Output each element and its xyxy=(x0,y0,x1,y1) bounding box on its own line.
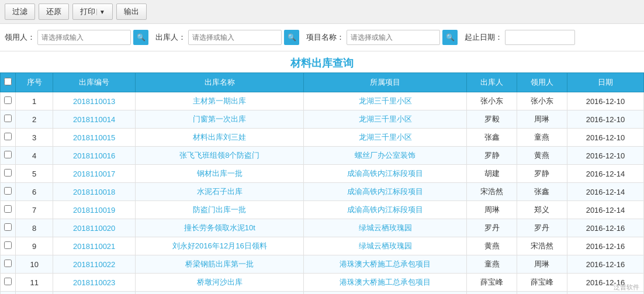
code-link[interactable]: 2018110023 xyxy=(73,278,115,287)
code-link[interactable]: 2018110015 xyxy=(73,133,115,142)
row-checkbox-cell[interactable] xyxy=(1,129,16,147)
row-name[interactable]: 防盗门出库一批 xyxy=(136,201,304,219)
row-code[interactable]: 2018110018 xyxy=(53,183,136,201)
row-checkbox[interactable] xyxy=(4,205,12,213)
row-code[interactable]: 2018110022 xyxy=(53,255,136,274)
row-code[interactable]: 2018110014 xyxy=(53,110,136,129)
row-code[interactable]: 2018110017 xyxy=(53,165,136,183)
reset-button[interactable]: 还原 xyxy=(39,4,69,20)
name-link[interactable]: 防盗门出库一批 xyxy=(193,205,246,214)
code-link[interactable]: 2018110019 xyxy=(73,206,115,215)
print-button[interactable]: 打印 ▼ xyxy=(72,4,113,20)
recipient-input[interactable] xyxy=(37,30,131,45)
project-link[interactable]: 绿城云栖玫瑰园 xyxy=(359,223,412,232)
name-link[interactable]: 钢材出库一批 xyxy=(197,169,243,178)
row-name[interactable]: 桥梁钢筋出库第一批 xyxy=(136,255,304,274)
name-link[interactable]: 门窗第一次出库 xyxy=(193,115,246,123)
row-checkbox[interactable] xyxy=(4,96,12,104)
row-checkbox-cell[interactable] xyxy=(1,183,16,201)
code-link[interactable]: 2018110014 xyxy=(73,115,115,124)
row-checkbox[interactable] xyxy=(4,260,12,267)
project-link[interactable]: 龙湖三千里小区 xyxy=(359,115,412,123)
row-name[interactable]: 桥墩河沙出库 xyxy=(136,274,304,292)
date-start-input[interactable] xyxy=(505,30,575,45)
recipient-search-button[interactable]: 🔍 xyxy=(133,30,148,45)
row-project[interactable]: 龙湖三千里小区 xyxy=(304,110,467,129)
row-name[interactable]: 水泥石子出库 xyxy=(136,183,304,201)
row-name[interactable]: 刘永好2016年12月16日领料 xyxy=(136,237,304,255)
select-all-header[interactable] xyxy=(1,73,16,92)
name-link[interactable]: 撞长劳务领取水泥10t xyxy=(184,223,255,232)
row-checkbox[interactable] xyxy=(4,223,12,231)
row-checkbox-cell[interactable] xyxy=(1,237,16,255)
row-code[interactable]: 2018110015 xyxy=(53,129,136,147)
name-link[interactable]: 张飞飞班组领8个防盗门 xyxy=(179,151,259,160)
row-name[interactable]: 大江玫瑰园领料 xyxy=(136,292,304,295)
row-code[interactable]: 2018110013 xyxy=(53,92,136,110)
code-link[interactable]: 2018110022 xyxy=(73,260,115,269)
row-code[interactable]: 2018110021 xyxy=(53,237,136,255)
print-dropdown-arrow[interactable]: ▼ xyxy=(96,9,105,15)
code-link[interactable]: 2018110013 xyxy=(73,97,115,106)
row-checkbox-cell[interactable] xyxy=(1,110,16,129)
project-link[interactable]: 成渝高铁内江标段项目 xyxy=(347,169,423,178)
export-button[interactable]: 输出 xyxy=(116,4,147,20)
warehouse-person-input[interactable] xyxy=(188,30,282,45)
row-checkbox-cell[interactable] xyxy=(1,147,16,165)
name-link[interactable]: 刘永好2016年12月16日领料 xyxy=(172,241,267,250)
row-project[interactable]: 成渝高铁内江标段项目 xyxy=(304,165,467,183)
warehouse-person-search-button[interactable]: 🔍 xyxy=(284,30,299,45)
code-link[interactable]: 2018110020 xyxy=(73,224,115,233)
row-name[interactable]: 撞长劳务领取水泥10t xyxy=(136,219,304,237)
row-name[interactable]: 张飞飞班组领8个防盗门 xyxy=(136,147,304,165)
row-project[interactable]: 龙湖三千里小区 xyxy=(304,92,467,110)
row-project[interactable]: 港珠澳大桥施工总承包项目 xyxy=(304,255,467,274)
code-link[interactable]: 2018110016 xyxy=(73,151,115,160)
select-all-checkbox[interactable] xyxy=(4,78,12,85)
filter-button[interactable]: 过滤 xyxy=(5,4,35,20)
row-checkbox[interactable] xyxy=(4,133,12,140)
row-code[interactable]: 2018110020 xyxy=(53,219,136,237)
project-link[interactable]: 港珠澳大桥施工总承包项目 xyxy=(340,278,431,286)
row-code[interactable]: 2018110023 xyxy=(53,274,136,292)
row-project[interactable]: 绿城云栖玫瑰园 xyxy=(304,292,467,295)
row-checkbox-cell[interactable] xyxy=(1,274,16,292)
name-link[interactable]: 主材第一期出库 xyxy=(193,96,246,105)
row-checkbox-cell[interactable] xyxy=(1,201,16,219)
row-project[interactable]: 绿城云栖玫瑰园 xyxy=(304,219,467,237)
project-search-button[interactable]: 🔍 xyxy=(442,30,458,45)
project-link[interactable]: 龙湖三千里小区 xyxy=(359,133,412,141)
row-checkbox-cell[interactable] xyxy=(1,255,16,274)
project-link[interactable]: 成渝高铁内江标段项目 xyxy=(347,205,423,214)
project-link[interactable]: 绿城云栖玫瑰园 xyxy=(359,241,412,250)
row-checkbox-cell[interactable] xyxy=(1,292,16,295)
row-name[interactable]: 主材第一期出库 xyxy=(136,92,304,110)
row-project[interactable]: 螺丝厂办公室装饰 xyxy=(304,147,467,165)
row-code[interactable]: 2018110016 xyxy=(53,147,136,165)
name-link[interactable]: 材料出库刘三娃 xyxy=(193,133,246,141)
code-link[interactable]: 2018110021 xyxy=(73,242,115,251)
row-project[interactable]: 绿城云栖玫瑰园 xyxy=(304,237,467,255)
project-link[interactable]: 港珠澳大桥施工总承包项目 xyxy=(340,260,431,268)
row-code[interactable]: 2018110024 xyxy=(53,292,136,295)
name-link[interactable]: 水泥石子出库 xyxy=(197,187,243,196)
name-link[interactable]: 桥墩河沙出库 xyxy=(197,278,243,286)
row-project[interactable]: 成渝高铁内江标段项目 xyxy=(304,201,467,219)
code-link[interactable]: 2018110018 xyxy=(73,188,115,196)
row-name[interactable]: 材料出库刘三娃 xyxy=(136,129,304,147)
row-code[interactable]: 2018110019 xyxy=(53,201,136,219)
row-project[interactable]: 港珠澳大桥施工总承包项目 xyxy=(304,274,467,292)
row-checkbox[interactable] xyxy=(4,278,12,285)
row-project[interactable]: 成渝高铁内江标段项目 xyxy=(304,183,467,201)
name-link[interactable]: 桥梁钢筋出库第一批 xyxy=(185,260,254,268)
code-link[interactable]: 2018110017 xyxy=(73,170,115,178)
project-link[interactable]: 成渝高铁内江标段项目 xyxy=(347,187,423,196)
project-link[interactable]: 龙湖三千里小区 xyxy=(359,96,412,105)
project-link[interactable]: 螺丝厂办公室装饰 xyxy=(355,151,416,160)
row-checkbox[interactable] xyxy=(4,151,12,158)
project-input[interactable] xyxy=(347,30,440,45)
row-checkbox-cell[interactable] xyxy=(1,92,16,110)
row-checkbox[interactable] xyxy=(4,115,12,122)
row-checkbox[interactable] xyxy=(4,169,12,177)
row-name[interactable]: 钢材出库一批 xyxy=(136,165,304,183)
